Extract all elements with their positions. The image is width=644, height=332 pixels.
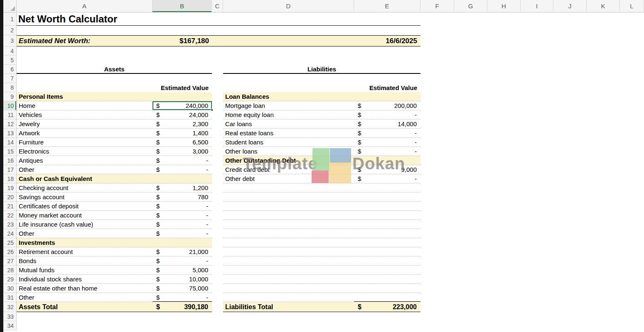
- asset-item-row[interactable]: Antiques$-: [17, 156, 212, 165]
- net-worth-summary-row[interactable]: Estimated Net Worth: $167,180 16/6/2025: [17, 35, 420, 46]
- asset-item-label-cell[interactable]: Other: [17, 165, 152, 174]
- asset-item-label-cell[interactable]: Life insurance (cash value): [17, 220, 152, 229]
- liability-item-value-cell[interactable]: $-: [354, 129, 420, 137]
- row-header-3[interactable]: 3: [3, 35, 16, 46]
- asset-item-label-cell[interactable]: Jewelry: [17, 120, 152, 128]
- asset-item-value-cell[interactable]: $-: [152, 211, 212, 220]
- sheet-title-cell[interactable]: Net Worth Calculator: [18, 13, 117, 25]
- asset-item-label-cell[interactable]: Artwork: [17, 129, 152, 137]
- liability-item-label-cell[interactable]: Student loans: [223, 138, 354, 146]
- asset-item-label-cell[interactable]: Other: [17, 293, 152, 302]
- row-header-7[interactable]: 7: [3, 74, 16, 83]
- liability-item-value-cell[interactable]: $14,000: [354, 120, 420, 128]
- liability-item-row[interactable]: Home equity loan$-: [223, 110, 420, 120]
- row-header-4[interactable]: 4: [3, 46, 16, 56]
- asset-item-value-cell[interactable]: $780: [152, 193, 212, 201]
- liability-item-label-cell[interactable]: Credit card debt: [223, 165, 354, 174]
- asset-item-label-cell[interactable]: Home: [17, 101, 152, 110]
- liability-item-label-cell[interactable]: Car loans: [223, 120, 354, 128]
- liability-item-row[interactable]: Other debt$-: [223, 174, 420, 183]
- row-header-19[interactable]: 19: [3, 183, 16, 193]
- asset-item-row[interactable]: Real estate other than home$75,000: [17, 284, 212, 293]
- row-header-31[interactable]: 31: [3, 293, 16, 302]
- liability-empty-row[interactable]: [223, 193, 420, 202]
- asset-item-row[interactable]: Individual stock shares$10,000: [17, 275, 212, 284]
- liability-total-value-cell[interactable]: $223,000: [354, 302, 420, 312]
- asset-item-row[interactable]: Retirement account$21,000: [17, 247, 212, 256]
- asset-item-label-cell[interactable]: Money market account: [17, 211, 152, 220]
- row-header-21[interactable]: 21: [3, 202, 16, 211]
- row-header-32[interactable]: 32: [3, 302, 16, 312]
- liability-item-row[interactable]: Car loans$14,000: [223, 120, 420, 129]
- row-header-22[interactable]: 22: [3, 211, 16, 220]
- asset-item-value-cell[interactable]: $2,300: [152, 120, 212, 128]
- liability-empty-row[interactable]: [223, 284, 420, 293]
- liability-item-label-cell[interactable]: Home equity loan: [223, 110, 354, 119]
- asset-item-row[interactable]: Jewelry$2,300: [17, 120, 212, 129]
- asset-item-value-cell[interactable]: $-: [152, 229, 212, 238]
- liability-empty-row[interactable]: [223, 183, 420, 193]
- asset-item-row[interactable]: Savings account$780: [17, 193, 212, 202]
- liability-item-value-cell[interactable]: $9,000: [354, 165, 420, 174]
- row-header-14[interactable]: 14: [3, 138, 16, 147]
- net-worth-value[interactable]: $167,180: [152, 36, 212, 46]
- asset-item-row[interactable]: Other$-: [17, 229, 212, 238]
- asset-item-label-cell[interactable]: Checking account: [17, 183, 152, 192]
- liability-empty-row[interactable]: [223, 220, 420, 229]
- asset-item-value-cell[interactable]: $-: [152, 165, 212, 174]
- asset-item-label-cell[interactable]: Retirement account: [17, 247, 152, 256]
- asset-total-row[interactable]: Assets Total$390,180: [17, 302, 212, 312]
- asset-item-row[interactable]: Furniture$6,500: [17, 138, 212, 147]
- column-header-L[interactable]: L: [620, 0, 644, 12]
- liability-item-value-cell[interactable]: $-: [354, 174, 420, 183]
- liability-empty-row[interactable]: [223, 211, 420, 220]
- asset-item-row[interactable]: Money market account$-: [17, 211, 212, 220]
- row-header-26[interactable]: 26: [3, 247, 16, 256]
- asset-group-row[interactable]: Personal Items: [17, 92, 212, 101]
- liability-empty-row[interactable]: [223, 238, 420, 247]
- liability-group-row[interactable]: Loan Balances: [223, 92, 420, 101]
- liability-empty-row[interactable]: [223, 247, 420, 256]
- asset-item-value-cell[interactable]: $21,000: [152, 247, 212, 256]
- row-header-30[interactable]: 30: [3, 284, 16, 293]
- asset-item-value-cell[interactable]: $1,200: [152, 183, 212, 192]
- asset-item-value-cell[interactable]: $-: [152, 293, 212, 302]
- row-header-23[interactable]: 23: [3, 220, 16, 229]
- asset-item-value-cell[interactable]: $5,000: [152, 266, 212, 274]
- asset-item-label-cell[interactable]: Vehicles: [17, 110, 152, 119]
- column-header-I[interactable]: I: [521, 0, 553, 12]
- liability-empty-row[interactable]: [223, 256, 420, 266]
- row-header-29[interactable]: 29: [3, 275, 16, 284]
- asset-total-value-cell[interactable]: $390,180: [152, 302, 212, 312]
- asset-item-value-cell[interactable]: $3,000: [152, 147, 212, 156]
- row-header-12[interactable]: 12: [3, 120, 16, 129]
- asset-item-value-cell[interactable]: $1,400: [152, 129, 212, 137]
- liability-empty-row[interactable]: [223, 229, 420, 238]
- asset-item-row[interactable]: Vehicles$24,000: [17, 110, 212, 120]
- row-header-27[interactable]: 27: [3, 256, 16, 266]
- column-header-A[interactable]: A: [17, 0, 152, 12]
- row-header-33[interactable]: 33: [3, 312, 16, 321]
- row-header-10[interactable]: 10: [3, 101, 16, 110]
- asset-item-value-cell[interactable]: $-: [152, 256, 212, 265]
- asset-item-row[interactable]: Checking account$1,200: [17, 183, 212, 193]
- liability-empty-row[interactable]: [223, 266, 420, 275]
- asset-item-value-cell[interactable]: $-: [152, 202, 212, 210]
- asset-item-row[interactable]: Other$-: [17, 293, 212, 302]
- liability-item-row[interactable]: Student loans$-: [223, 138, 420, 147]
- liability-item-row[interactable]: Other loans$-: [223, 147, 420, 156]
- asset-item-label-cell[interactable]: Certificates of deposit: [17, 202, 152, 210]
- liability-item-row[interactable]: Real estate loans$-: [223, 129, 420, 138]
- asset-item-label-cell[interactable]: Electronics: [17, 147, 152, 156]
- row-header-11[interactable]: 11: [3, 110, 16, 120]
- liability-item-row[interactable]: Mortgage loan$200,000: [223, 101, 420, 110]
- asset-item-label-cell[interactable]: Savings account: [17, 193, 152, 201]
- column-header-K[interactable]: K: [587, 0, 620, 12]
- asset-item-value-cell[interactable]: $10,000: [152, 275, 212, 283]
- row-header-1[interactable]: 1: [3, 12, 16, 26]
- asset-item-label-cell[interactable]: Mutual funds: [17, 266, 152, 274]
- row-header-8[interactable]: 8: [3, 83, 16, 92]
- row-header-16[interactable]: 16: [3, 156, 16, 165]
- liability-total-row[interactable]: Liabilities Total$223,000: [223, 302, 420, 312]
- asset-group-row[interactable]: Investments: [17, 238, 212, 247]
